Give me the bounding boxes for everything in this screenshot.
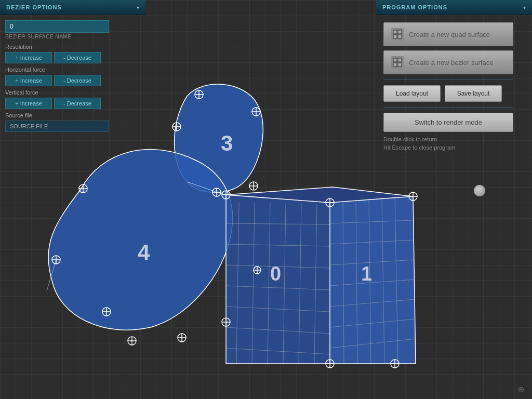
svg-rect-85 bbox=[398, 35, 402, 38]
right-panel-content: Create a new quad surface Create a new b… bbox=[376, 15, 532, 160]
svg-rect-87 bbox=[398, 58, 402, 62]
left-panel-content: BEZIER SURFACE NAME Resolution + Increas… bbox=[0, 15, 145, 137]
load-layout-button[interactable]: Load layout bbox=[383, 85, 441, 102]
source-file-select[interactable]: SOURCE FILE bbox=[5, 121, 109, 132]
svg-rect-82 bbox=[393, 30, 397, 34]
divider-2 bbox=[383, 107, 513, 108]
vertical-force-label: Vertical force bbox=[5, 89, 140, 96]
svg-rect-86 bbox=[393, 58, 397, 62]
svg-rect-89 bbox=[398, 63, 402, 66]
resolution-increase-button[interactable]: + Increase bbox=[5, 52, 52, 63]
divider-1 bbox=[383, 79, 513, 80]
right-panel-title: PROGRAM OPTIONS bbox=[382, 4, 447, 10]
vertical-decrease-button[interactable]: - Decrease bbox=[54, 98, 101, 109]
resolution-label: Resolution bbox=[5, 44, 140, 50]
quad-surface-icon bbox=[391, 28, 404, 41]
horizontal-increase-button[interactable]: + Increase bbox=[5, 75, 52, 86]
bezier-surface-icon bbox=[391, 56, 404, 69]
right-panel-header[interactable]: PROGRAM OPTIONS ▾ bbox=[376, 0, 532, 15]
create-bezier-surface-button[interactable]: Create a new bezier surface bbox=[383, 50, 513, 74]
layout-controls: Load layout Save layout bbox=[383, 85, 525, 102]
vertical-force-controls: + Increase - Decrease bbox=[5, 98, 140, 109]
save-layout-button[interactable]: Save layout bbox=[445, 85, 502, 102]
horizontal-force-controls: + Increase - Decrease bbox=[5, 75, 140, 86]
vertical-increase-button[interactable]: + Increase bbox=[5, 98, 52, 109]
left-panel-arrow: ▾ bbox=[137, 5, 139, 10]
render-mode-button[interactable]: Switch to render mode bbox=[383, 113, 513, 132]
source-file-label: Source file bbox=[5, 112, 140, 118]
svg-rect-83 bbox=[398, 30, 402, 34]
create-bezier-surface-label: Create a new bezier surface bbox=[409, 59, 494, 66]
dot-indicator bbox=[474, 185, 485, 196]
create-quad-surface-label: Create a new quad surface bbox=[409, 31, 490, 38]
horizontal-decrease-button[interactable]: - Decrease bbox=[54, 75, 101, 86]
right-panel-arrow: ▾ bbox=[523, 5, 526, 10]
right-panel: PROGRAM OPTIONS ▾ Create a new quad surf… bbox=[376, 0, 532, 160]
svg-rect-88 bbox=[393, 63, 397, 66]
resolution-controls: + Increase - Decrease bbox=[5, 52, 140, 63]
create-quad-surface-button[interactable]: Create a new quad surface bbox=[383, 22, 513, 46]
resolution-decrease-button[interactable]: - Decrease bbox=[54, 52, 101, 63]
corner-icon: ⊕ bbox=[517, 384, 528, 395]
left-panel-header[interactable]: BEZIER OPTIONS ▾ bbox=[0, 0, 145, 15]
bezier-name-label: BEZIER SURFACE NAME bbox=[5, 34, 140, 39]
left-panel-title: BEZIER OPTIONS bbox=[6, 4, 62, 10]
hint-escape: Hit Escape to close program bbox=[383, 144, 525, 151]
hint-double-click: Double click to return bbox=[383, 136, 525, 142]
bezier-name-input[interactable] bbox=[5, 20, 109, 33]
svg-rect-84 bbox=[393, 35, 397, 38]
horizontal-force-label: Horizontal force bbox=[5, 66, 140, 73]
